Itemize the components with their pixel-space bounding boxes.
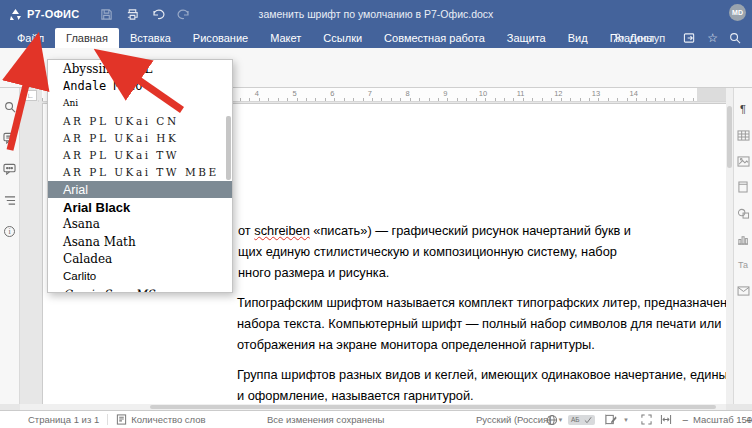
ruler-number: 4 xyxy=(238,89,276,98)
font-dropdown-item[interactable]: Ani xyxy=(48,95,232,112)
app-window: Р7-ОФИС заменить шрифт по умолчанию в Р7… xyxy=(0,0,752,428)
status-bar: Страница 1 из 1 Количество слов Все изме… xyxy=(0,410,752,428)
word-count-icon xyxy=(116,414,127,425)
find-icon[interactable] xyxy=(3,100,17,114)
headings-navigation-icon[interactable] xyxy=(3,193,17,207)
tab-stop-selector[interactable]: ∟ xyxy=(24,90,37,101)
spellcheck-label: АБ xyxy=(571,416,580,423)
save-status: Все изменения сохранены xyxy=(267,414,384,425)
paragraph-3[interactable]: Группа шрифтов разных видов и кеглей, им… xyxy=(237,364,752,406)
font-dropdown-item[interactable]: AR PL UKai HK xyxy=(48,129,232,146)
image-settings-icon[interactable] xyxy=(736,154,750,168)
font-dropdown-item[interactable]: Arial xyxy=(48,181,232,198)
ruler-right-margin xyxy=(697,88,726,101)
p1-line1: от schreiben «писать») — графический рис… xyxy=(238,220,631,241)
shape-settings-icon[interactable] xyxy=(736,206,750,220)
p1-line2: щих единую стилистическую и композиционн… xyxy=(238,241,631,262)
print-icon[interactable] xyxy=(119,6,145,22)
menu-bar: ФайлГлавнаяВставкаРисованиеМакетСсылкиСо… xyxy=(0,28,752,48)
font-dropdown-item[interactable]: Abyssinica SIL xyxy=(48,60,232,77)
menu-right: Доступ ☆ xyxy=(606,28,748,48)
open-file-location-icon[interactable] xyxy=(676,32,703,44)
font-dropdown: Abyssinica SILAndale MonoAniAR PL UKai C… xyxy=(47,59,233,293)
undo-icon[interactable] xyxy=(145,6,171,22)
menu-tab[interactable]: Совместная работа xyxy=(373,28,496,48)
menu-tab[interactable]: Защита xyxy=(496,28,557,48)
spellcheck-toggle[interactable]: АБ xyxy=(568,415,595,425)
paragraph-1[interactable]: от schreiben «писать») — графический рис… xyxy=(238,220,631,283)
font-dropdown-item[interactable]: AR PL UKai TW MBE xyxy=(48,164,232,181)
p1-line3: нного размера и рисунка. xyxy=(238,262,631,283)
brand-label: Р7-ОФИС xyxy=(27,8,79,20)
ruler-number: 13 xyxy=(577,89,615,98)
chart-settings-icon[interactable] xyxy=(736,232,750,246)
font-dropdown-item[interactable]: Arial Black xyxy=(48,198,232,215)
ruler-number: 6 xyxy=(313,89,351,98)
header-footer-settings-icon[interactable] xyxy=(736,180,750,194)
font-dropdown-item[interactable]: AR PL UKai CN xyxy=(48,112,232,129)
page-indicator[interactable]: Страница 1 из 1 xyxy=(28,414,99,425)
search-icon[interactable] xyxy=(722,32,748,44)
menu-tab[interactable]: Ссылки xyxy=(312,28,373,48)
menu-tab[interactable]: Макет xyxy=(259,28,312,48)
mailmerge-settings-icon[interactable] xyxy=(736,284,750,298)
title-bar: Р7-ОФИС заменить шрифт по умолчанию в Р7… xyxy=(0,0,752,28)
ruler-number: 12 xyxy=(540,89,578,98)
menu-tabs: ФайлГлавнаяВставкаРисованиеМакетСсылкиСо… xyxy=(6,28,665,48)
misspelled-word: schreiben xyxy=(254,223,310,238)
r7-logo-icon xyxy=(9,8,22,21)
word-count-button[interactable]: Количество слов xyxy=(116,414,205,425)
chat-icon[interactable] xyxy=(3,162,17,176)
menu-tab[interactable]: Вид xyxy=(557,28,599,48)
textart-settings-icon[interactable]: Та xyxy=(736,258,750,272)
font-dropdown-item[interactable]: AR PL UKai TW xyxy=(48,146,232,163)
paragraph-settings-icon[interactable]: ¶ xyxy=(736,102,750,116)
right-sidebar: ¶ Та xyxy=(733,88,752,404)
menu-tab[interactable]: Рисование xyxy=(182,28,259,48)
ruler-number: 9 xyxy=(426,89,464,98)
p3-line: Группа шрифтов разных видов и кеглей, им… xyxy=(237,364,752,385)
menu-tab[interactable]: Главная xyxy=(55,28,119,48)
document-language-icon[interactable] xyxy=(546,414,558,426)
font-dropdown-item[interactable]: Asana xyxy=(48,216,232,233)
p2-line: набора текста. Компьютерный шрифт — полн… xyxy=(237,313,752,334)
about-icon[interactable]: i xyxy=(3,224,17,238)
favorites-star-icon[interactable]: ☆ xyxy=(707,31,718,45)
font-dropdown-item[interactable]: Caladea xyxy=(48,250,232,267)
access-button[interactable]: Доступ xyxy=(606,32,672,44)
fit-width-icon[interactable] xyxy=(660,414,672,425)
save-icon[interactable] xyxy=(93,6,119,22)
avatar[interactable]: MD xyxy=(729,4,746,21)
ruler-number: 7 xyxy=(351,89,389,98)
horizontal-scrollbar-thumb[interactable] xyxy=(150,405,716,409)
redo-icon[interactable] xyxy=(171,6,197,22)
track-changes-icon xyxy=(605,414,617,425)
ruler-number: 10 xyxy=(464,89,502,98)
vertical-scrollbar-thumb[interactable] xyxy=(727,106,732,168)
language-label: Русский (Россия) xyxy=(476,414,551,425)
ruler-number: 11 xyxy=(502,89,540,98)
font-dropdown-item[interactable]: Comic Sans MS xyxy=(48,285,232,293)
p2-line: отображения на экране монитора определен… xyxy=(237,334,752,355)
ruler-number: 8 xyxy=(389,89,427,98)
ruler-numbers: 4567891011121314 xyxy=(238,89,653,98)
fit-page-icon[interactable] xyxy=(641,414,652,425)
p3-line: и оформление, называется гарнитурой. xyxy=(237,385,752,406)
font-dropdown-item[interactable]: Andale Mono xyxy=(48,77,232,94)
brand: Р7-ОФИС xyxy=(9,8,79,21)
table-settings-icon[interactable] xyxy=(736,128,750,142)
font-dropdown-item[interactable]: Carlito xyxy=(48,268,232,285)
spellcheck-check-icon xyxy=(584,416,592,424)
menu-tab[interactable]: Вставка xyxy=(119,28,182,48)
word-count-label: Количество слов xyxy=(131,414,205,425)
menu-tab[interactable]: Файл xyxy=(6,28,55,48)
zoom-in-button[interactable]: + xyxy=(741,414,752,426)
vertical-scrollbar[interactable] xyxy=(726,88,733,404)
font-dropdown-item[interactable]: Asana Math xyxy=(48,233,232,250)
ruler-number: 5 xyxy=(276,89,314,98)
track-changes-button[interactable]: ▼ xyxy=(605,414,629,425)
paragraph-2[interactable]: Типографским шрифтом называется комплект… xyxy=(237,292,752,355)
font-dropdown-scrollbar-thumb[interactable] xyxy=(226,116,231,180)
comments-icon[interactable] xyxy=(3,131,17,145)
zoom-out-button[interactable]: − xyxy=(677,414,693,426)
